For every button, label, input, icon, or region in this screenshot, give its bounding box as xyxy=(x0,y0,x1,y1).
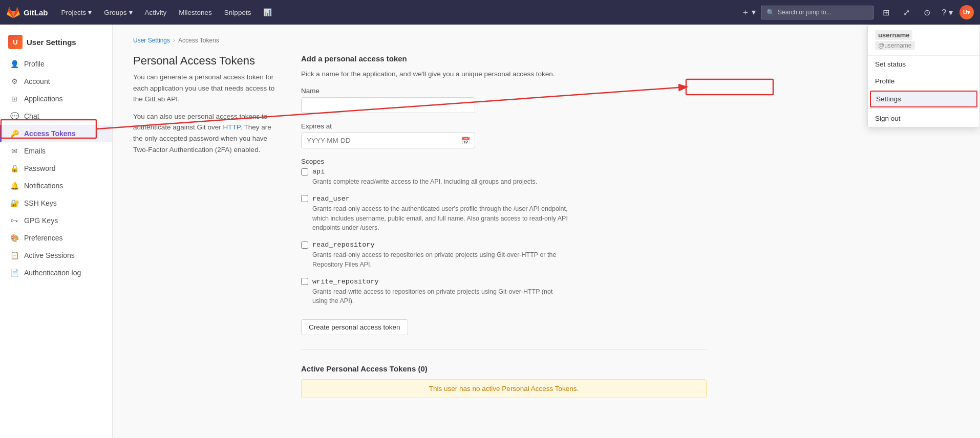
dropdown-email: @username xyxy=(875,41,915,50)
dropdown-user-info: username @username xyxy=(868,25,979,56)
expires-label: Expires at xyxy=(301,122,707,130)
page-description-2: You can also use personal access tokens … xyxy=(133,111,276,155)
help-button[interactable]: ? ▾ xyxy=(939,4,955,20)
content-area: User Settings › Access Tokens Personal A… xyxy=(113,25,727,410)
dropdown-settings[interactable]: Settings xyxy=(870,91,977,107)
scope-read-user: read_user Grants read-only access to the… xyxy=(301,195,707,233)
sidebar-item-notifications[interactable]: 🔔 Notifications xyxy=(0,177,112,194)
create-token-button[interactable]: Create personal access token xyxy=(301,319,408,335)
dropdown-profile[interactable]: Profile xyxy=(868,73,979,90)
password-icon: 🔒 xyxy=(10,164,19,172)
activity-menu[interactable]: Activity xyxy=(140,6,172,19)
scope-read-user-desc: Grants read-only access to the authentic… xyxy=(312,204,568,233)
snippets-menu[interactable]: Snippets xyxy=(219,6,257,19)
projects-menu[interactable]: Projects ▾ xyxy=(56,5,97,19)
topnav-right: ＋ ▾ 🔍 Search or jump to... ⊞ ⤢ ⊙ ? ▾ U▾ xyxy=(740,4,974,20)
breadcrumb-current: Access Tokens xyxy=(178,37,219,44)
scope-api-checkbox[interactable] xyxy=(301,168,308,176)
gpg-icon: 🗝 xyxy=(10,216,19,225)
panels-icon: ⊞ xyxy=(883,8,889,17)
auth-log-icon: 📄 xyxy=(10,269,19,277)
milestones-menu[interactable]: Milestones xyxy=(174,6,217,19)
dropdown-set-status[interactable]: Set status xyxy=(868,56,979,73)
dropdown-divider xyxy=(868,108,979,109)
expires-input[interactable] xyxy=(301,133,475,148)
sidebar-item-preferences[interactable]: 🎨 Preferences xyxy=(0,229,112,247)
name-form-group: Name xyxy=(301,87,707,113)
main-layout: U User Settings 👤 Profile ⚙ Account ⊞ Ap… xyxy=(0,25,980,438)
notifications-icon: 🔔 xyxy=(10,182,19,190)
chevron-down-icon: ▾ xyxy=(129,8,133,16)
calendar-icon[interactable]: 📅 xyxy=(461,137,470,145)
sidebar-item-password[interactable]: 🔒 Password xyxy=(0,160,112,177)
scope-read-repository-checkbox[interactable] xyxy=(301,242,308,249)
top-navigation: GitLab Projects ▾ Groups ▾ Activity Mile… xyxy=(0,0,980,25)
access-tokens-icon: 🔑 xyxy=(10,129,19,138)
sidebar-item-profile[interactable]: 👤 Profile xyxy=(0,55,112,73)
breadcrumb-separator: › xyxy=(173,37,175,44)
dropdown-sign-out[interactable]: Sign out xyxy=(868,110,979,127)
two-column-layout: Personal Access Tokens You can generate … xyxy=(133,54,707,398)
scope-write-repository-name: write_repository xyxy=(312,278,379,286)
sidebar-item-access-tokens[interactable]: 🔑 Access Tokens xyxy=(0,125,112,142)
user-settings-icon: U xyxy=(8,35,23,49)
ssh-icon: 🔐 xyxy=(10,199,19,207)
add-token-subtitle: Pick a name for the application, and we'… xyxy=(301,70,707,78)
scope-write-repository-checkbox[interactable] xyxy=(301,278,308,285)
sidebar-item-gpg-keys[interactable]: 🗝 GPG Keys xyxy=(0,212,112,229)
merge-icon: ⤢ xyxy=(903,8,910,17)
chart-menu[interactable]: 📊 xyxy=(258,5,277,19)
issues-icon: ⊙ xyxy=(924,8,930,17)
plus-icon: ＋ ▾ xyxy=(741,7,756,18)
page-title: Personal Access Tokens xyxy=(133,54,276,68)
name-label: Name xyxy=(301,87,707,95)
scope-api-desc: Grants complete read/write access to the… xyxy=(312,177,568,187)
panels-button[interactable]: ⊞ xyxy=(878,4,894,20)
scope-write-repository-desc: Grants read-write access to repositories… xyxy=(312,287,568,306)
user-dropdown: username @username Set status Profile Se… xyxy=(867,25,980,127)
preferences-icon: 🎨 xyxy=(10,234,19,242)
sidebar: U User Settings 👤 Profile ⚙ Account ⊞ Ap… xyxy=(0,25,113,438)
search-icon: 🔍 xyxy=(766,9,775,16)
name-input[interactable] xyxy=(301,97,475,113)
brand-name: GitLab xyxy=(24,8,48,17)
right-column: Add a personal access token Pick a name … xyxy=(301,54,707,398)
scope-read-repository-name: read_repository xyxy=(312,241,375,249)
scope-read-repository-row: read_repository xyxy=(301,241,707,249)
profile-icon: 👤 xyxy=(10,60,19,68)
sidebar-item-applications[interactable]: ⊞ Applications xyxy=(0,90,112,107)
gitlab-brand[interactable]: GitLab xyxy=(6,5,48,19)
sidebar-item-active-sessions[interactable]: 📋 Active Sessions xyxy=(0,247,112,264)
plus-button[interactable]: ＋ ▾ xyxy=(740,4,757,20)
scope-read-repository-desc: Grants read-only access to repositories … xyxy=(312,250,568,270)
breadcrumb-parent[interactable]: User Settings xyxy=(133,37,170,44)
section-divider xyxy=(301,349,707,350)
sidebar-item-emails[interactable]: ✉ Emails xyxy=(0,142,112,160)
merge-requests-button[interactable]: ⤢ xyxy=(898,4,914,20)
sidebar-item-ssh-keys[interactable]: 🔐 SSH Keys xyxy=(0,194,112,212)
sidebar-item-chat[interactable]: 💬 Chat xyxy=(0,107,112,125)
http-link[interactable]: HTTP xyxy=(223,123,241,131)
sessions-icon: 📋 xyxy=(10,251,19,259)
scope-write-repository-row: write_repository xyxy=(301,278,707,286)
add-token-title: Add a personal access token xyxy=(301,54,707,63)
scope-api-row: api xyxy=(301,168,707,176)
scope-read-user-row: read_user xyxy=(301,195,707,203)
scope-read-user-name: read_user xyxy=(312,195,350,203)
user-avatar[interactable]: U▾ xyxy=(960,5,974,19)
page-description-1: You can generate a personal access token… xyxy=(133,72,276,105)
chart-icon: 📊 xyxy=(263,8,272,16)
sidebar-item-account[interactable]: ⚙ Account xyxy=(0,73,112,90)
sidebar-item-auth-log[interactable]: 📄 Authentication log xyxy=(0,264,112,281)
question-icon: ? ▾ xyxy=(942,8,952,17)
search-box[interactable]: 🔍 Search or jump to... xyxy=(761,6,874,19)
main-content: User Settings › Access Tokens Personal A… xyxy=(113,25,980,438)
issues-button[interactable]: ⊙ xyxy=(919,4,935,20)
sidebar-header: U User Settings xyxy=(0,31,112,55)
scope-read-user-checkbox[interactable] xyxy=(301,195,308,202)
emails-icon: ✉ xyxy=(10,147,19,155)
dropdown-username: username xyxy=(875,30,912,40)
expires-wrapper: 📅 xyxy=(301,133,475,148)
gitlab-logo-icon xyxy=(6,5,20,19)
groups-menu[interactable]: Groups ▾ xyxy=(99,5,137,19)
